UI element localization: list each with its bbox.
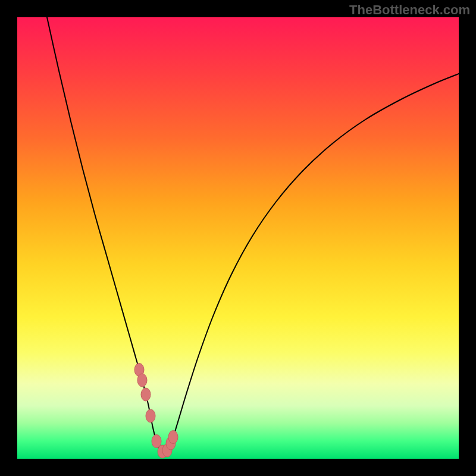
bead — [168, 431, 178, 444]
bead — [141, 388, 151, 401]
bottleneck-curve — [47, 17, 459, 452]
bead — [146, 409, 155, 422]
curve-beads — [134, 364, 178, 459]
watermark: TheBottleneck.com — [349, 2, 470, 18]
curve-layer — [17, 17, 459, 459]
chart-stage: TheBottleneck.com — [0, 0, 476, 476]
plot-area — [17, 17, 459, 459]
bead — [137, 374, 147, 387]
